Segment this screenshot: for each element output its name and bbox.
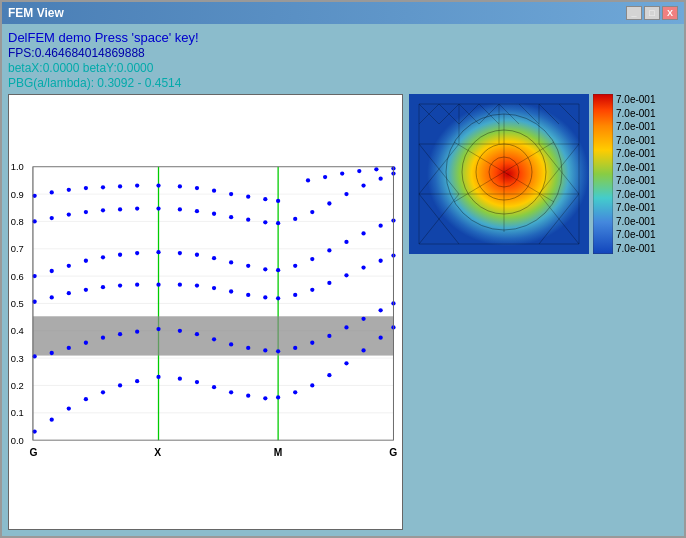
svg-point-154 <box>135 183 139 187</box>
svg-point-57 <box>84 341 88 345</box>
svg-point-114 <box>310 257 314 261</box>
svg-point-55 <box>50 351 54 355</box>
svg-point-110 <box>246 264 250 268</box>
svg-point-140 <box>379 177 383 181</box>
svg-point-117 <box>361 231 365 235</box>
svg-point-88 <box>246 293 250 297</box>
svg-point-151 <box>84 186 88 190</box>
svg-point-111 <box>263 267 267 271</box>
svg-point-156 <box>178 184 182 188</box>
svg-text:0.4: 0.4 <box>11 325 24 336</box>
svg-point-102 <box>101 255 105 259</box>
svg-point-51 <box>361 348 365 352</box>
svg-point-34 <box>67 406 71 410</box>
svg-point-71 <box>327 334 331 338</box>
svg-point-62 <box>178 329 182 333</box>
svg-point-134 <box>276 221 280 225</box>
svg-point-45 <box>263 396 267 400</box>
svg-text:0.5: 0.5 <box>11 298 24 309</box>
main-section: 1.0 0.9 0.8 0.7 0.6 0.5 0.4 0.3 0.2 0.1 … <box>8 94 678 530</box>
minimize-button[interactable]: _ <box>626 6 642 20</box>
colorbar-label-3: 7.0e-001 <box>616 135 655 146</box>
svg-point-160 <box>246 195 250 199</box>
svg-point-101 <box>84 259 88 263</box>
svg-point-131 <box>229 215 233 219</box>
svg-point-85 <box>195 283 199 287</box>
svg-point-49 <box>327 373 331 377</box>
svg-point-118 <box>379 224 383 228</box>
svg-point-72 <box>344 325 348 329</box>
title-bar: FEM View _ □ X <box>2 2 684 24</box>
svg-text:0.8: 0.8 <box>11 216 24 227</box>
svg-point-84 <box>178 283 182 287</box>
maximize-button[interactable]: □ <box>644 6 660 20</box>
svg-point-36 <box>101 390 105 394</box>
svg-point-38 <box>135 379 139 383</box>
svg-point-112 <box>276 268 280 272</box>
svg-point-78 <box>67 291 71 295</box>
svg-point-58 <box>101 335 105 339</box>
svg-point-144 <box>340 171 344 175</box>
svg-point-94 <box>344 273 348 277</box>
svg-text:X: X <box>154 447 161 458</box>
colorbar-label-8: 7.0e-001 <box>616 202 655 213</box>
svg-point-61 <box>156 327 160 331</box>
svg-point-123 <box>84 210 88 214</box>
beta-display: betaX:0.0000 betaY:0.0000 <box>8 61 678 75</box>
svg-point-143 <box>323 175 327 179</box>
svg-point-63 <box>195 332 199 336</box>
svg-point-130 <box>212 212 216 216</box>
svg-point-43 <box>229 390 233 394</box>
svg-text:0.3: 0.3 <box>11 353 24 364</box>
svg-point-91 <box>293 293 297 297</box>
svg-point-70 <box>310 341 314 345</box>
svg-point-121 <box>50 216 54 220</box>
svg-point-60 <box>135 330 139 334</box>
colorbar-label-10: 7.0e-001 <box>616 229 655 240</box>
svg-point-106 <box>178 251 182 255</box>
content-area: DelFEM demo Press 'space' key! FPS:0.464… <box>2 24 684 536</box>
colorbar-gradient-svg <box>593 94 613 254</box>
svg-point-129 <box>195 209 199 213</box>
svg-point-46 <box>276 395 280 399</box>
svg-point-122 <box>67 212 71 216</box>
svg-point-81 <box>118 283 122 287</box>
svg-point-136 <box>310 210 314 214</box>
band-chart-svg: 1.0 0.9 0.8 0.7 0.6 0.5 0.4 0.3 0.2 0.1 … <box>9 95 402 529</box>
mesh-visualization <box>409 94 589 254</box>
svg-point-59 <box>118 332 122 336</box>
svg-point-64 <box>212 337 216 341</box>
colorbar-label-9: 7.0e-001 <box>616 216 655 227</box>
info-panel: DelFEM demo Press 'space' key! FPS:0.464… <box>8 30 678 90</box>
svg-point-77 <box>50 295 54 299</box>
info-line1: DelFEM demo Press 'space' key! <box>8 30 678 45</box>
svg-point-153 <box>118 184 122 188</box>
colorbar-labels: 7.0e-001 7.0e-001 7.0e-001 7.0e-001 7.0e… <box>616 94 655 254</box>
svg-point-90 <box>276 296 280 300</box>
svg-point-67 <box>263 348 267 352</box>
svg-text:0.6: 0.6 <box>11 271 24 282</box>
svg-point-80 <box>101 285 105 289</box>
svg-text:G: G <box>30 447 38 458</box>
svg-point-69 <box>293 346 297 350</box>
svg-point-159 <box>229 192 233 196</box>
main-window: FEM View _ □ X DelFEM demo Press 'space'… <box>0 0 686 538</box>
svg-point-92 <box>310 288 314 292</box>
svg-text:0.2: 0.2 <box>11 380 24 391</box>
svg-point-158 <box>212 189 216 193</box>
svg-point-142 <box>306 178 310 182</box>
svg-point-132 <box>246 218 250 222</box>
svg-text:0.1: 0.1 <box>11 407 24 418</box>
svg-point-128 <box>178 207 182 211</box>
close-button[interactable]: X <box>662 6 678 20</box>
svg-point-37 <box>118 383 122 387</box>
svg-text:G: G <box>389 447 397 458</box>
svg-text:0.0: 0.0 <box>11 435 24 446</box>
svg-point-74 <box>379 308 383 312</box>
svg-point-79 <box>84 288 88 292</box>
svg-point-89 <box>263 295 267 299</box>
svg-point-133 <box>263 220 267 224</box>
svg-point-93 <box>327 281 331 285</box>
svg-point-82 <box>135 283 139 287</box>
colorbar-label-6: 7.0e-001 <box>616 175 655 186</box>
